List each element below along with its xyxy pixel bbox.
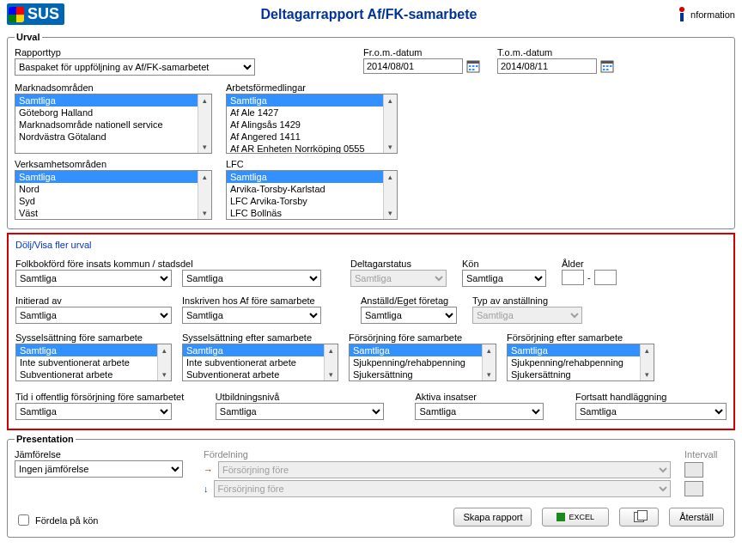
list-item[interactable]: LFC Arvika-Torsby — [227, 195, 383, 207]
scroll-up-icon[interactable]: ▴ — [641, 344, 654, 356]
list-item[interactable]: Arvika-Torsby-Karlstad — [227, 183, 383, 195]
lfc-listbox[interactable]: Samtliga Arvika-Torsby-Karlstad LFC Arvi… — [226, 170, 398, 220]
utb-select[interactable]: Samtliga — [216, 403, 384, 420]
scroll-up-icon[interactable]: ▴ — [198, 171, 211, 183]
folk-select-2[interactable]: Samtliga — [182, 270, 321, 287]
copy-icon — [634, 512, 644, 522]
tid-select[interactable]: Samtliga — [15, 403, 172, 420]
kon-select[interactable]: Samtliga — [462, 270, 546, 287]
list-item[interactable]: Inte subventionerat arbete — [183, 356, 324, 368]
list-item[interactable]: Marknadsområde nationell service — [15, 119, 198, 131]
information-link[interactable]: nformation — [673, 6, 735, 23]
list-item[interactable]: Inte subventionerat arbete — [16, 356, 157, 368]
scroll-down-icon[interactable]: ▾ — [198, 141, 211, 153]
verksamhet-listbox[interactable]: Samtliga Nord Syd Väst ▴ ▾ — [15, 170, 212, 220]
scrollbar[interactable]: ▴ ▾ — [383, 171, 397, 219]
list-item[interactable]: Af Angered 1411 — [227, 131, 383, 143]
scroll-up-icon[interactable]: ▴ — [384, 94, 397, 107]
scrollbar[interactable]: ▴ ▾ — [482, 344, 496, 380]
scrollbar[interactable]: ▴ ▾ — [324, 344, 338, 380]
calendar-icon[interactable] — [600, 59, 614, 73]
list-item[interactable]: Syd — [15, 195, 198, 207]
initierad-select[interactable]: Samtliga — [15, 307, 172, 324]
list-item[interactable]: Samtliga — [350, 344, 482, 356]
list-item[interactable]: Väst — [15, 207, 198, 219]
aktiva-select[interactable]: Samtliga — [415, 403, 544, 420]
aterstall-button[interactable]: Återställ — [669, 508, 724, 527]
list-item[interactable]: Subventionerat arbete — [183, 368, 324, 380]
list-item[interactable]: Samtliga — [15, 171, 198, 183]
scrollbar[interactable]: ▴ ▾ — [383, 94, 397, 153]
presentation-fieldset: Presentation Jämförelse Ingen jämförelse… — [7, 434, 735, 538]
syssel-fore-listbox[interactable]: Samtliga Inte subventionerat arbete Subv… — [15, 344, 172, 381]
fors-efter-label: Försörjning efter samarbete — [507, 332, 654, 343]
tid-label: Tid i offentlig försörjning före samarbe… — [15, 392, 184, 402]
list-item[interactable]: LFC Bollnäs — [227, 207, 383, 219]
excel-label: EXCEL — [569, 513, 594, 521]
marknad-listbox[interactable]: Samtliga Göteborg Halland Marknadsområde… — [15, 94, 212, 154]
list-item[interactable]: Af Alingsås 1429 — [227, 119, 383, 131]
list-item[interactable]: Af AR Enheten Norrköping 0555 — [227, 143, 383, 154]
list-item[interactable]: Sjukersättning — [350, 368, 482, 380]
jamforelse-label: Jämförelse — [15, 449, 204, 460]
skapa-rapport-button[interactable]: Skapa rapport — [453, 508, 532, 527]
anstalld-select[interactable]: Samtliga — [361, 307, 457, 324]
scroll-up-icon[interactable]: ▴ — [198, 94, 211, 107]
scroll-down-icon[interactable]: ▾ — [325, 368, 338, 380]
svg-rect-7 — [469, 69, 471, 70]
list-item[interactable]: Samtliga — [508, 344, 640, 356]
list-item[interactable]: Göteborg Halland — [15, 107, 198, 119]
from-date-label: Fr.o.m.-datum — [363, 47, 480, 58]
scroll-up-icon[interactable]: ▴ — [325, 344, 338, 356]
scroll-down-icon[interactable]: ▾ — [384, 141, 397, 153]
list-item[interactable]: Samtliga — [15, 94, 198, 107]
list-item[interactable]: Samtliga — [227, 94, 383, 107]
scroll-down-icon[interactable]: ▾ — [641, 368, 654, 380]
fortsatt-select[interactable]: Samtliga — [575, 403, 727, 420]
list-item[interactable]: Samtliga — [227, 171, 383, 183]
folk-select-1[interactable]: Samtliga — [15, 270, 172, 287]
excel-button[interactable]: EXCEL — [542, 508, 609, 527]
fordela-checkbox[interactable] — [18, 514, 29, 526]
list-item[interactable]: Af Ale 1427 — [227, 107, 383, 119]
from-date-input[interactable] — [363, 58, 463, 74]
scrollbar[interactable]: ▴ ▾ — [157, 344, 171, 380]
scroll-up-icon[interactable]: ▴ — [158, 344, 171, 356]
jamforelse-select[interactable]: Ingen jämförelse — [15, 460, 183, 478]
list-item[interactable]: Nordvästra Götaland — [15, 131, 198, 143]
alder-from-input[interactable] — [562, 270, 584, 285]
scroll-down-icon[interactable]: ▾ — [158, 368, 171, 380]
copy-button[interactable] — [619, 508, 659, 527]
toggle-extra-link[interactable]: Dölj/Visa fler urval — [15, 240, 91, 250]
syssel-efter-listbox[interactable]: Samtliga Inte subventionerat arbete Subv… — [182, 344, 338, 381]
svg-point-0 — [679, 7, 684, 12]
list-item[interactable]: Samtliga — [16, 344, 157, 356]
urval-fieldset: Urval Rapporttyp Baspaket för uppföljnin… — [7, 32, 735, 229]
rapporttyp-select[interactable]: Baspaket för uppföljning av Af/FK-samarb… — [15, 58, 255, 76]
marknad-label: Marknadsområden — [15, 82, 212, 93]
fors-fore-listbox[interactable]: Samtliga Sjukpenning/rehabpenning Sjuker… — [349, 344, 496, 381]
scrollbar[interactable]: ▴ ▾ — [198, 94, 211, 153]
scroll-down-icon[interactable]: ▾ — [198, 207, 211, 219]
scroll-up-icon[interactable]: ▴ — [483, 344, 496, 356]
list-item[interactable]: Sjukersättning — [508, 368, 640, 380]
inskriven-select[interactable]: Samtliga — [182, 307, 321, 324]
scroll-down-icon[interactable]: ▾ — [384, 207, 397, 219]
extra-filters-panel: Dölj/Visa fler urval Folkbokförd före in… — [7, 233, 735, 430]
list-item[interactable]: Nord — [15, 183, 198, 195]
arbetsf-listbox[interactable]: Samtliga Af Ale 1427 Af Alingsås 1429 Af… — [226, 94, 398, 154]
scrollbar[interactable]: ▴ ▾ — [640, 344, 654, 380]
scrollbar[interactable]: ▴ ▾ — [198, 171, 211, 219]
list-item[interactable]: Samtliga — [183, 344, 324, 356]
calendar-icon[interactable] — [466, 59, 480, 73]
list-item[interactable]: Sjukpenning/rehabpenning — [350, 356, 482, 368]
fors-efter-listbox[interactable]: Samtliga Sjukpenning/rehabpenning Sjuker… — [507, 344, 654, 381]
scroll-up-icon[interactable]: ▴ — [384, 171, 397, 183]
alder-to-input[interactable] — [594, 270, 617, 285]
scroll-down-icon[interactable]: ▾ — [483, 368, 496, 380]
svg-rect-5 — [472, 65, 475, 67]
list-item[interactable]: Subventionerat arbete — [16, 368, 157, 380]
fordelning-select-1: Försörjning före — [218, 461, 671, 478]
list-item[interactable]: Sjukpenning/rehabpenning — [508, 356, 640, 368]
tom-date-input[interactable] — [497, 58, 597, 74]
